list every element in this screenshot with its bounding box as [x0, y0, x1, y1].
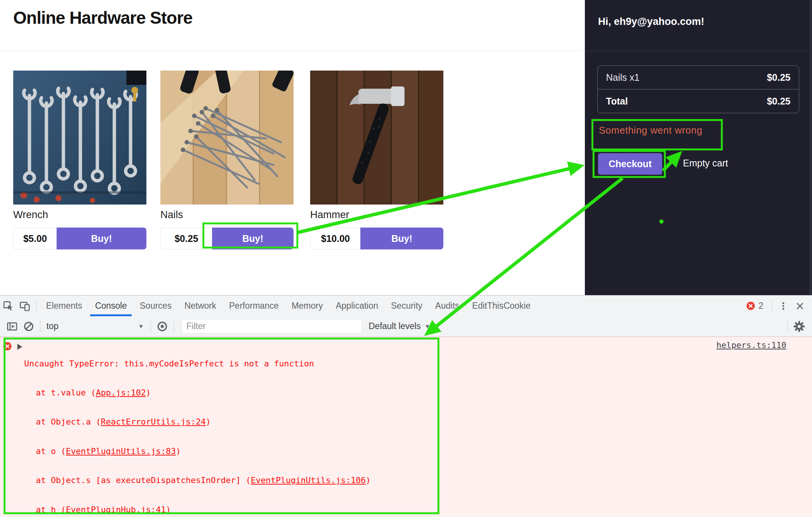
source-link[interactable]: ReactErrorUtils.js:24	[101, 417, 206, 426]
cart-total-label: Total	[606, 96, 628, 107]
divider	[787, 320, 788, 332]
stack-frame: at Object.s [as executeDispatchesInOrder…	[0, 475, 416, 485]
header-divider	[0, 51, 585, 51]
product-card-wrench: Wrench $5.00 Buy!	[13, 71, 146, 249]
cart-total-row: Total $0.25	[598, 89, 799, 113]
tab-network[interactable]: Network	[178, 295, 223, 316]
cart-line-item: Nails x1 $0.25	[598, 66, 799, 89]
source-link[interactable]: EventPluginHub.js:41	[66, 505, 166, 514]
stack-frame: at Object.a (ReactErrorUtils.js:24)	[0, 417, 416, 427]
device-toolbar-icon[interactable]	[17, 298, 33, 314]
checkout-error-message: Something went wrong	[599, 125, 702, 136]
devtools-tabbar: Elements Console Sources Network Perform…	[0, 295, 812, 317]
product-card-hammer: Hammer $10.00 Buy!	[310, 71, 443, 249]
buy-button-hammer[interactable]: Buy!	[360, 228, 443, 249]
console-sidebar-icon[interactable]	[4, 318, 20, 335]
tab-audits[interactable]: Audits	[429, 295, 466, 316]
eye-icon[interactable]	[154, 318, 171, 335]
filter-input[interactable]	[181, 319, 362, 334]
cart-sidebar: Hi, eh9y@yahoo.com! Nails x1 $0.25 Total…	[585, 0, 812, 295]
page-title: Online Hardware Store	[13, 8, 192, 28]
clear-console-icon[interactable]	[20, 318, 37, 335]
close-icon[interactable]	[792, 298, 808, 314]
source-link[interactable]: App.js:102	[96, 388, 146, 397]
product-card-nails: Nails $0.25 Buy!	[160, 71, 294, 249]
caret-down-icon: ▼	[424, 323, 430, 329]
stack-frame: at o (EventPluginUtils.js:83)	[0, 446, 416, 456]
user-greeting: Hi, eh9y@yahoo.com!	[598, 16, 704, 28]
context-value: top	[46, 321, 58, 331]
console-output: helpers.ts:110 Uncaught TypeError: this.…	[0, 337, 812, 517]
tab-security[interactable]: Security	[384, 295, 429, 316]
product-price: $5.00	[13, 228, 57, 249]
cart-table: Nails x1 $0.25 Total $0.25	[597, 65, 799, 113]
tab-elements[interactable]: Elements	[40, 295, 89, 316]
source-link[interactable]: EventPluginUtils.js:83	[66, 446, 175, 456]
screenshot-root: Online Hardware Store Wrench $5.00	[0, 0, 812, 517]
divider	[36, 300, 37, 312]
checkout-button[interactable]: Checkout	[598, 153, 662, 175]
divider	[174, 320, 174, 332]
context-selector[interactable]: top ▼	[43, 321, 148, 331]
cart-item-price: $0.25	[767, 72, 790, 83]
product-price: $10.00	[310, 228, 360, 249]
error-count-badge[interactable]: 2	[746, 301, 763, 311]
kebab-menu-icon[interactable]	[775, 298, 792, 314]
error-message: Uncaught TypeError: this.myCodeIsPerfect…	[0, 359, 416, 369]
product-price: $0.25	[160, 228, 212, 249]
nails-photo	[160, 71, 294, 205]
hammer-photo	[310, 71, 443, 205]
stack-frame: at h (EventPluginHub.js:41)	[0, 505, 416, 515]
buy-button-wrench[interactable]: Buy!	[57, 228, 146, 249]
tab-performance[interactable]: Performance	[223, 295, 285, 316]
error-count: 2	[758, 301, 763, 311]
scrollbar[interactable]	[809, 0, 812, 295]
error-source-link[interactable]: helpers.ts:110	[717, 340, 786, 350]
log-levels-value: Default levels	[369, 321, 421, 331]
product-name: Wrench	[13, 209, 146, 221]
log-levels-dropdown[interactable]: Default levels ▼	[369, 321, 430, 331]
stack-frame: at t.value (App.js:102)	[0, 388, 416, 398]
error-stack-trace: Uncaught TypeError: this.myCodeIsPerfect…	[0, 339, 416, 517]
cart-total-price: $0.25	[767, 96, 790, 107]
source-link[interactable]: EventPluginUtils.js:106	[251, 475, 366, 485]
product-name: Nails	[160, 209, 294, 221]
divider	[772, 300, 772, 312]
caret-down-icon: ▼	[138, 323, 144, 329]
tab-memory[interactable]: Memory	[285, 295, 329, 316]
sidebar-divider	[585, 51, 812, 51]
inspect-cursor-icon[interactable]	[0, 298, 17, 314]
buy-button-nails[interactable]: Buy!	[212, 228, 294, 249]
tab-console[interactable]: Console	[89, 295, 133, 316]
wrench-photo	[13, 71, 146, 205]
divider	[40, 320, 40, 332]
gear-icon[interactable]	[791, 318, 807, 335]
divider	[151, 320, 151, 332]
tab-sources[interactable]: Sources	[133, 295, 178, 316]
console-toolbar: top ▼ Default levels ▼	[0, 316, 812, 337]
cart-item-label: Nails x1	[606, 72, 640, 83]
tab-application[interactable]: Application	[329, 295, 385, 316]
empty-cart-button[interactable]: Empty cart	[683, 158, 728, 169]
devtools-panel: Elements Console Sources Network Perform…	[0, 295, 812, 517]
product-name: Hammer	[310, 209, 443, 221]
error-circle-icon	[746, 301, 755, 311]
tab-editthiscookie[interactable]: EditThisCookie	[466, 295, 537, 316]
